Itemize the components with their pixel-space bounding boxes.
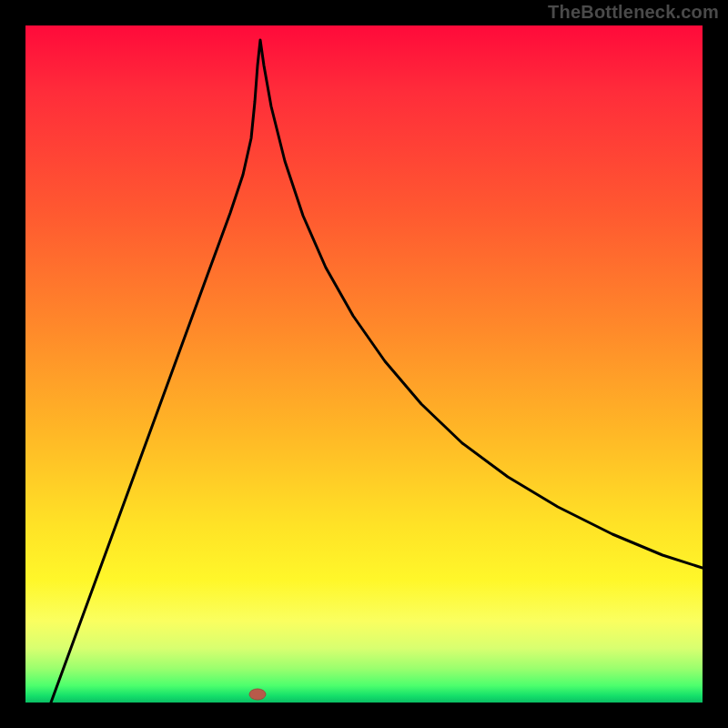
chart-frame: TheBottleneck.com — [0, 0, 728, 728]
optimal-point-marker — [249, 689, 266, 700]
watermark-text: TheBottleneck.com — [548, 2, 719, 23]
plot-area — [25, 25, 703, 703]
chart-svg — [25, 25, 703, 703]
bottleneck-curve — [51, 40, 703, 703]
